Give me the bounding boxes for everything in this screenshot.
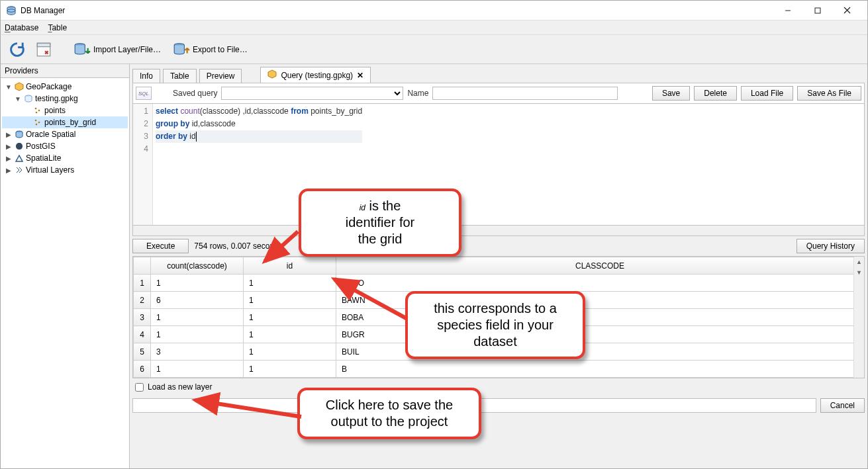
col-classcode[interactable]: CLASSCODE — [336, 257, 864, 275]
table-row[interactable]: 111BARO — [134, 275, 864, 292]
results-v-scrollbar[interactable]: ▲▼ — [853, 257, 864, 378]
virtual-icon — [14, 165, 24, 175]
cancel-button[interactable]: Cancel — [820, 398, 865, 413]
svg-rect-3 — [815, 8, 820, 13]
query-name-input[interactable] — [432, 87, 618, 100]
oracle-icon — [14, 129, 24, 140]
providers-tree[interactable]: ▼GeoPackage ▼testing.gpkg points points_… — [1, 78, 129, 468]
refresh-button[interactable] — [7, 40, 27, 60]
tree-postgis[interactable]: ▶PostGIS — [2, 140, 128, 152]
tab-info[interactable]: Info — [132, 69, 160, 83]
tree-virtual[interactable]: ▶Virtual Layers — [2, 164, 128, 176]
query-toolbar: SQL Saved query Name Save Delete Load Fi… — [132, 83, 865, 103]
tab-query[interactable]: Query (testing.gpkg) ✕ — [260, 67, 371, 83]
save-as-file-button[interactable]: Save As File — [797, 86, 861, 101]
col-count[interactable]: count(classcode) — [151, 257, 244, 275]
results-header: count(classcode) id CLASSCODE — [134, 257, 864, 275]
points-icon — [32, 105, 43, 116]
tab-strip: Info Table Preview Query (testing.gpkg) … — [132, 67, 865, 83]
editor-h-scrollbar[interactable] — [132, 226, 865, 236]
saved-query-select[interactable] — [221, 87, 403, 100]
table-row[interactable]: 611B — [134, 361, 864, 378]
saved-query-label: Saved query — [173, 89, 217, 98]
close-button[interactable] — [832, 1, 862, 20]
sql-window-button[interactable] — [34, 40, 54, 60]
load-file-button[interactable]: Load File — [741, 86, 793, 101]
spatialite-icon — [14, 153, 24, 163]
tree-points[interactable]: points — [2, 105, 128, 116]
svg-point-13 — [36, 112, 38, 114]
db-icon — [6, 5, 17, 16]
delete-button[interactable]: Delete — [694, 86, 737, 101]
callout-save: Click here to save the output to the pro… — [297, 388, 481, 439]
tree-points-by-grid[interactable]: points_by_grid — [2, 116, 128, 128]
sql-editor[interactable]: 1234 select count(classcode) ,id,classco… — [132, 103, 865, 226]
db-file-icon — [23, 93, 34, 104]
tree-testing[interactable]: ▼testing.gpkg — [2, 93, 128, 105]
line-gutter: 1234 — [133, 104, 153, 225]
menubar: Database Table — [1, 21, 867, 35]
svg-point-14 — [35, 120, 37, 122]
execute-row: Execute 754 rows, 0.007 seconds Query Hi… — [132, 236, 865, 256]
cube-icon — [267, 69, 277, 81]
import-layer-label: Import Layer/File… — [93, 45, 161, 54]
arrow-icon — [185, 390, 311, 430]
svg-point-16 — [36, 124, 38, 126]
postgis-icon — [14, 141, 24, 151]
arrow-icon — [324, 273, 417, 325]
minimize-button[interactable] — [773, 1, 802, 20]
svg-point-11 — [35, 108, 37, 110]
close-tab-icon[interactable]: ✕ — [357, 71, 363, 80]
tree-spatialite[interactable]: ▶SpatiaLite — [2, 152, 128, 164]
toolbar: Import Layer/File… Export to File… — [1, 35, 867, 64]
sql-icon[interactable]: SQL — [136, 87, 152, 100]
titlebar: DB Manager — [1, 1, 867, 21]
tree-geopackage[interactable]: ▼GeoPackage — [2, 81, 128, 93]
points-icon — [32, 117, 43, 128]
save-button[interactable]: Save — [652, 86, 690, 101]
name-label: Name — [407, 89, 428, 98]
query-history-button[interactable]: Query History — [796, 239, 865, 253]
load-as-layer-checkbox[interactable] — [135, 383, 144, 392]
export-file-button[interactable]: Export to File… — [170, 40, 250, 60]
callout-classcode: this corresponds to a species field in y… — [405, 291, 585, 359]
svg-rect-7 — [37, 43, 50, 46]
export-file-label: Export to File… — [193, 45, 248, 54]
tab-preview[interactable]: Preview — [199, 69, 242, 83]
window-title: DB Manager — [21, 6, 773, 15]
execute-button[interactable]: Execute — [132, 239, 189, 253]
cube-icon — [14, 81, 24, 92]
menu-database[interactable]: Database — [5, 23, 38, 32]
providers-heading: Providers — [1, 64, 129, 78]
arrow-icon — [258, 225, 311, 271]
svg-point-12 — [38, 110, 40, 112]
tab-table[interactable]: Table — [163, 69, 197, 83]
svg-point-15 — [38, 122, 40, 124]
import-layer-button[interactable]: Import Layer/File… — [71, 40, 164, 60]
callout-id: id is theidentifier forthe grid — [299, 189, 461, 257]
providers-panel: Providers ▼GeoPackage ▼testing.gpkg poin… — [1, 64, 130, 468]
tree-oracle[interactable]: ▶Oracle Spatial — [2, 128, 128, 140]
maximize-button[interactable] — [802, 1, 832, 20]
menu-table[interactable]: Table — [48, 23, 67, 32]
